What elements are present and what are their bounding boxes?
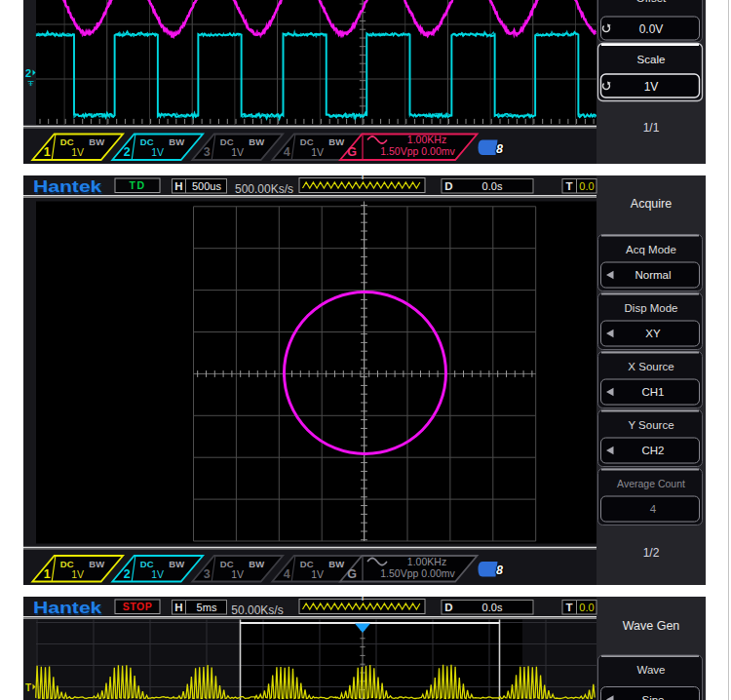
- svg-text:4: 4: [284, 566, 290, 580]
- svg-text:0.0s: 0.0s: [482, 601, 503, 612]
- svg-text:2: 2: [25, 67, 31, 79]
- svg-text:1V: 1V: [151, 567, 164, 579]
- svg-text:1: 1: [44, 145, 51, 159]
- svg-text:2: 2: [124, 566, 131, 580]
- svg-text:1V: 1V: [71, 567, 84, 579]
- svg-text:Average Count: Average Count: [617, 477, 685, 488]
- svg-text:BW: BW: [249, 136, 264, 147]
- svg-text:G: G: [347, 566, 357, 580]
- svg-text:TD: TD: [130, 179, 146, 191]
- svg-text:1/1: 1/1: [643, 121, 660, 135]
- svg-text:BW: BW: [328, 558, 344, 568]
- svg-text:Hantek: Hantek: [33, 598, 102, 616]
- svg-text:500.00Ks/s: 500.00Ks/s: [235, 181, 293, 195]
- svg-text:Sine: Sine: [641, 693, 664, 700]
- svg-text:T: T: [361, 597, 366, 603]
- svg-text:D: D: [444, 602, 452, 613]
- svg-text:D: D: [444, 180, 452, 192]
- svg-text:8: 8: [496, 564, 503, 577]
- svg-text:4: 4: [284, 145, 290, 159]
- svg-text:Acquire: Acquire: [631, 197, 672, 211]
- svg-text:BW: BW: [169, 558, 184, 568]
- svg-text:1V: 1V: [231, 146, 244, 158]
- svg-text:8: 8: [496, 142, 503, 156]
- svg-text:0.0: 0.0: [579, 179, 594, 191]
- svg-text:Wave: Wave: [637, 663, 666, 675]
- svg-text:2: 2: [124, 145, 131, 159]
- svg-text:CH2: CH2: [641, 445, 664, 456]
- svg-text:0.0: 0.0: [579, 601, 594, 612]
- svg-text:H: H: [174, 602, 182, 613]
- svg-text:Wave Gen: Wave Gen: [623, 619, 680, 633]
- svg-text:BW: BW: [89, 136, 104, 147]
- svg-text:1.50Vpp 0.00mv: 1.50Vpp 0.00mv: [380, 145, 455, 157]
- svg-text:1.00KHz: 1.00KHz: [407, 555, 446, 566]
- svg-text:BW: BW: [169, 136, 184, 147]
- svg-text:1/2: 1/2: [643, 545, 660, 559]
- svg-text:1V: 1V: [231, 567, 244, 579]
- svg-text:Acq Mode: Acq Mode: [626, 243, 676, 254]
- svg-text:1V: 1V: [311, 567, 324, 579]
- svg-text:X Source: X Source: [628, 360, 673, 371]
- svg-text:4: 4: [650, 503, 657, 515]
- svg-text:Normal: Normal: [635, 269, 671, 281]
- svg-text:1V: 1V: [71, 146, 84, 158]
- svg-text:0.0V: 0.0V: [639, 22, 664, 36]
- svg-text:Hantek: Hantek: [33, 176, 102, 195]
- svg-text:1.00KHz: 1.00KHz: [407, 134, 446, 145]
- svg-text:CH1: CH1: [641, 386, 664, 398]
- svg-text:5ms: 5ms: [197, 601, 217, 612]
- svg-text:500us: 500us: [192, 179, 221, 191]
- svg-text:1V: 1V: [151, 146, 164, 158]
- svg-text:3: 3: [204, 145, 211, 159]
- svg-text:XY: XY: [645, 328, 661, 339]
- svg-text:1V: 1V: [311, 146, 324, 158]
- svg-text:T: T: [25, 682, 31, 693]
- svg-text:Disp Mode: Disp Mode: [625, 301, 678, 313]
- svg-text:Scale: Scale: [637, 54, 666, 65]
- svg-text:50.00Ks/s: 50.00Ks/s: [231, 603, 283, 616]
- svg-text:T: T: [565, 180, 572, 192]
- svg-text:BW: BW: [249, 558, 264, 568]
- svg-text:STOP: STOP: [123, 601, 152, 612]
- svg-text:G: G: [347, 145, 357, 159]
- svg-text:BW: BW: [328, 136, 344, 147]
- svg-text:H: H: [174, 180, 182, 192]
- svg-text:BW: BW: [89, 558, 104, 568]
- svg-text:Offset: Offset: [636, 0, 667, 4]
- svg-text:1.50Vpp 0.00mv: 1.50Vpp 0.00mv: [380, 566, 455, 578]
- svg-text:T: T: [361, 175, 366, 181]
- svg-text:1: 1: [44, 566, 51, 580]
- svg-text:Y Source: Y Source: [628, 418, 673, 430]
- svg-text:1V: 1V: [644, 80, 659, 94]
- svg-text:3: 3: [204, 566, 211, 580]
- svg-text:0.0s: 0.0s: [482, 179, 503, 191]
- svg-text:T: T: [565, 602, 572, 613]
